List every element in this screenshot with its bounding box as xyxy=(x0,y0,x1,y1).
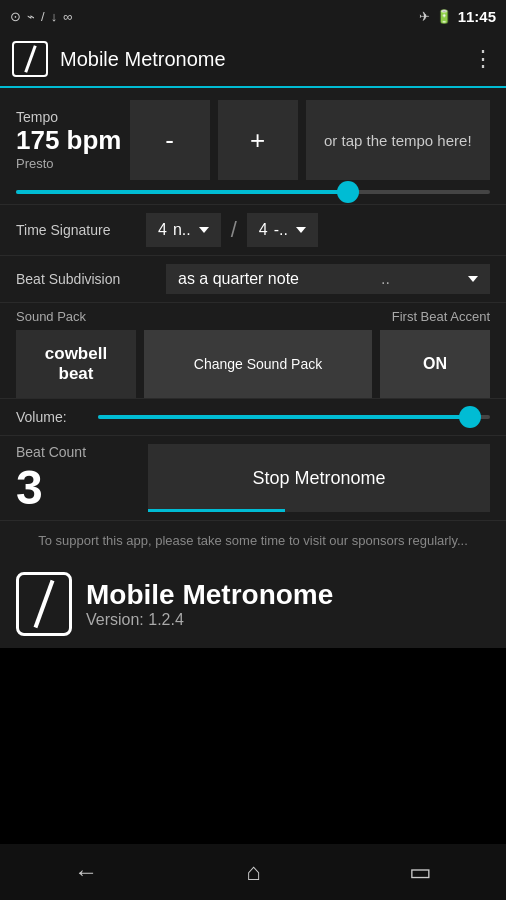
beat-subdivision-arrow xyxy=(468,276,478,282)
main-content: Tempo 175 bpm Presto - + or tap the temp… xyxy=(0,88,506,648)
time-sig-denominator: 4 xyxy=(259,221,268,239)
volume-slider-thumb[interactable] xyxy=(459,406,481,428)
tempo-decrease-button[interactable]: - xyxy=(130,100,210,180)
stop-button-label: Stop Metronome xyxy=(252,468,385,488)
tap-tempo-button[interactable]: or tap the tempo here! xyxy=(306,100,491,180)
tempo-section: Tempo 175 bpm Presto - + or tap the temp… xyxy=(0,88,506,180)
stop-metronome-button[interactable]: Stop Metronome xyxy=(148,444,490,512)
sound-pack-name: cowbell beat xyxy=(16,330,136,398)
volume-row: Volume: xyxy=(0,398,506,435)
nav-bar: ← ⌂ ▭ xyxy=(0,844,506,900)
sound-row-labels: Sound Pack First Beat Accent xyxy=(16,309,490,324)
status-left-icons: ⊙ ⌁ / ↓ ∞ xyxy=(10,9,72,24)
time-sig-numerator: 4 xyxy=(158,221,167,239)
beat-count-section: Beat Count 3 Stop Metronome xyxy=(0,435,506,520)
brand-icon-slash xyxy=(34,580,55,628)
android-icon: ⊙ xyxy=(10,9,21,24)
beat-subdivision-suffix: .. xyxy=(381,270,390,288)
divider-icon: / xyxy=(41,9,45,24)
time-sig-divider: / xyxy=(227,217,241,243)
nav-recent-button[interactable]: ▭ xyxy=(409,858,432,886)
overflow-menu-button[interactable]: ⋮ xyxy=(472,46,494,72)
beat-count-left: Beat Count 3 xyxy=(16,444,136,512)
status-right-icons: ✈ 🔋 11:45 xyxy=(419,8,496,25)
time-sig-numerator-button[interactable]: 4 n.. xyxy=(146,213,221,247)
promo-section: To support this app, please take some ti… xyxy=(0,520,506,572)
beat-count-number: 3 xyxy=(16,464,136,512)
time-sig-denominator-button[interactable]: 4 -.. xyxy=(247,213,318,247)
time-sig-numerator-arrow xyxy=(199,227,209,233)
tempo-slider-container[interactable] xyxy=(0,180,506,204)
tempo-bpm: 175 bpm xyxy=(16,125,122,156)
time-sig-denominator-suffix: -.. xyxy=(274,221,288,239)
beat-count-label: Beat Count xyxy=(16,444,136,460)
brand-text: Mobile Metronome Version: 1.2.4 xyxy=(86,579,333,629)
app-icon-slash xyxy=(24,45,36,72)
tempo-increase-button[interactable]: + xyxy=(218,100,298,180)
time-signature-row: Time Signature 4 n.. / 4 -.. xyxy=(0,204,506,255)
airplane-icon: ✈ xyxy=(419,9,430,24)
tempo-info: Tempo 175 bpm Presto xyxy=(16,100,130,180)
status-bar: ⊙ ⌁ / ↓ ∞ ✈ 🔋 11:45 xyxy=(0,0,506,32)
volume-label: Volume: xyxy=(16,409,86,425)
tempo-slider-track xyxy=(16,190,490,194)
first-beat-accent-button[interactable]: ON xyxy=(380,330,490,398)
branding-section: Mobile Metronome Version: 1.2.4 xyxy=(0,572,506,648)
time-sig-numerator-suffix: n.. xyxy=(173,221,191,239)
time-signature-controls: 4 n.. / 4 -.. xyxy=(146,213,490,247)
tempo-name: Presto xyxy=(16,156,122,171)
beat-subdivision-value: as a quarter note xyxy=(178,270,299,288)
first-beat-accent-label: First Beat Accent xyxy=(392,309,490,324)
beat-subdivision-button[interactable]: as a quarter note .. xyxy=(166,264,490,294)
stop-button-progress xyxy=(148,509,285,512)
app-title: Mobile Metronome xyxy=(60,48,472,71)
sound-controls: cowbell beat Change Sound Pack ON xyxy=(16,330,490,398)
tempo-buttons: - + or tap the tempo here! xyxy=(130,100,491,180)
app-icon xyxy=(12,41,48,77)
brand-name: Mobile Metronome xyxy=(86,579,333,611)
voicemail-icon: ∞ xyxy=(63,9,72,24)
change-sound-pack-button[interactable]: Change Sound Pack xyxy=(144,330,372,398)
brand-version: Version: 1.2.4 xyxy=(86,611,333,629)
beat-subdivision-row: Beat Subdivision as a quarter note .. xyxy=(0,255,506,302)
beat-subdivision-label: Beat Subdivision xyxy=(16,271,166,287)
sound-pack-section: Sound Pack First Beat Accent cowbell bea… xyxy=(0,302,506,398)
battery-icon: 🔋 xyxy=(436,9,452,24)
nav-back-button[interactable]: ← xyxy=(74,858,98,886)
app-bar: Mobile Metronome ⋮ xyxy=(0,32,506,88)
status-time: 11:45 xyxy=(458,8,496,25)
time-sig-denominator-arrow xyxy=(296,227,306,233)
usb-icon: ⌁ xyxy=(27,9,35,24)
promo-text: To support this app, please take some ti… xyxy=(16,533,490,548)
sound-pack-label: Sound Pack xyxy=(16,309,86,324)
volume-slider-track[interactable] xyxy=(98,415,490,419)
tempo-slider-thumb[interactable] xyxy=(337,181,359,203)
brand-icon xyxy=(16,572,72,636)
nav-home-button[interactable]: ⌂ xyxy=(246,858,261,886)
tempo-slider-fill xyxy=(16,190,348,194)
tempo-label: Tempo xyxy=(16,109,122,125)
download-icon: ↓ xyxy=(51,9,58,24)
volume-slider-fill xyxy=(98,415,470,419)
time-signature-label: Time Signature xyxy=(16,222,146,238)
